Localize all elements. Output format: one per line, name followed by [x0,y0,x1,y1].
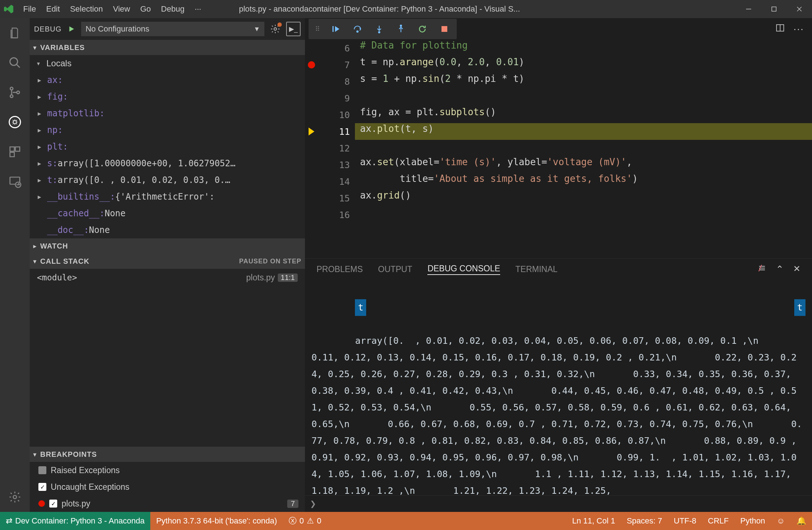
feedback-icon[interactable]: ☺ [771,516,791,526]
panel-chevron-up-icon[interactable]: ⌃ [776,264,784,275]
bp-uncaught-exceptions[interactable]: ✓ Uncaught Exceptions [30,479,305,495]
callstack-frame[interactable]: <module> plots.py 11:1 [30,269,305,286]
remote-explorer-icon[interactable] [0,167,30,196]
minimize-button[interactable] [736,0,761,18]
panel-close-button[interactable]: ✕ [793,264,800,275]
variable-row[interactable]: ▶ax: [30,72,305,88]
variable-row[interactable]: ▶np: [30,122,305,138]
menu-go[interactable]: Go [135,0,156,18]
variable-row[interactable]: __cached__: None [30,205,305,222]
bp-raised-exceptions[interactable]: Raised Exceptions [30,462,305,479]
code-line[interactable]: t = np.arange(0.0, 2.0, 0.01) [355,57,812,73]
variable-row[interactable]: ▶t: array([0. , 0.01, 0.02, 0.03, 0.… [30,172,305,188]
line-number[interactable]: 7 [318,57,355,73]
restart-button[interactable] [417,23,428,35]
debug-config-select[interactable]: No Configurations ▼ [81,22,264,36]
stop-button[interactable] [439,23,450,35]
line-number[interactable]: 9 [318,90,355,107]
code-line[interactable]: ax.plot(t, s) [355,123,812,140]
python-interpreter[interactable]: Python 3.7.3 64-bit ('base': conda) [150,512,283,530]
debug-console-button[interactable]: ▶_ [286,22,301,36]
code-line[interactable]: ax.set(xlabel='time (s)', ylabel='voltag… [355,157,812,173]
line-number[interactable]: 16 [318,206,355,223]
variable-row[interactable]: ▶matplotlib: [30,105,305,122]
drag-grip-icon[interactable]: ⠿ [315,25,320,33]
remote-indicator[interactable]: ⇄ Dev Container: Python 3 - Anaconda [0,512,150,530]
tab-problems[interactable]: PROBLEMS [317,264,363,274]
checkbox-unchecked-icon[interactable] [38,466,46,474]
code-line[interactable] [355,90,812,107]
notifications-icon[interactable]: 🔔 [791,516,812,526]
continue-button[interactable] [330,23,342,35]
debug-console-output[interactable]: tt array([0. , 0.01, 0.02, 0.03, 0.04, 0… [305,280,812,495]
variable-row[interactable]: ▶__builtins__: {'ArithmeticError': [30,188,305,205]
menu-view[interactable]: View [108,0,135,18]
line-number[interactable]: 6 [318,40,355,57]
indentation[interactable]: Spaces: 7 [621,516,668,526]
clear-console-button[interactable] [758,264,766,275]
svg-point-4 [10,58,18,66]
settings-gear-icon[interactable] [0,482,30,512]
code-line[interactable]: fig, ax = plt.subplots() [355,107,812,123]
bp-file[interactable]: ✓ plots.py 7 [30,495,305,512]
menu-overflow-icon[interactable]: ··· [189,0,206,18]
line-number[interactable]: 8 [318,73,355,90]
variable-row[interactable]: ▶s: array([1.00000000e+00, 1.06279052… [30,155,305,172]
language-mode[interactable]: Python [734,516,771,526]
source-control-icon[interactable] [0,78,30,107]
checkbox-checked-icon[interactable]: ✓ [49,500,57,508]
variables-header[interactable]: ▾VARIABLES [30,40,305,55]
eol[interactable]: CRLF [702,516,734,526]
line-number[interactable]: 11 [318,123,355,140]
callstack-header[interactable]: ▾CALL STACK PAUSED ON STEP [30,254,305,269]
cursor-position[interactable]: Ln 11, Col 1 [566,516,621,526]
variable-row[interactable]: ▶fig: [30,88,305,105]
debug-toolbar[interactable]: ⠿ [309,19,457,39]
debug-config-label: No Configurations [85,24,149,34]
code-line[interactable] [355,206,812,223]
menu-debug[interactable]: Debug [156,0,190,18]
svg-point-26 [274,28,277,30]
line-number[interactable]: 14 [318,173,355,190]
problems-status[interactable]: ⓧ0 ⚠0 [283,512,327,530]
menu-selection[interactable]: Selection [65,0,108,18]
code-line[interactable]: title='About as simple as it gets, folks… [355,173,812,190]
variable-row[interactable]: __doc__: None [30,222,305,238]
variable-row[interactable]: ▶plt: [30,138,305,155]
debug-console-prompt[interactable]: ❯ [305,495,812,512]
step-over-button[interactable] [352,23,363,35]
search-icon[interactable] [0,48,30,78]
editor-more-button[interactable]: ··· [794,23,804,35]
encoding[interactable]: UTF-8 [668,516,702,526]
line-number[interactable]: 10 [318,107,355,123]
breakpoints-header[interactable]: ▾BREAKPOINTS [30,447,305,462]
tab-debug-console[interactable]: DEBUG CONSOLE [427,264,500,275]
line-number[interactable]: 15 [318,190,355,206]
maximize-button[interactable] [761,0,787,18]
menu-edit[interactable]: Edit [41,0,65,18]
line-number[interactable]: 13 [318,157,355,173]
code-editor[interactable]: # Data for plottingt = np.arange(0.0, 2.… [355,40,812,258]
code-line[interactable] [355,140,812,157]
split-editor-button[interactable] [775,23,785,35]
explorer-icon[interactable] [0,18,30,48]
close-button[interactable] [787,0,812,18]
line-number[interactable]: 12 [318,140,355,157]
scope-locals[interactable]: ▾Locals [30,55,305,72]
extensions-icon[interactable] [0,137,30,167]
start-debug-button[interactable] [65,23,78,35]
tab-terminal[interactable]: TERMINAL [515,264,557,274]
step-into-button[interactable] [373,23,385,35]
step-out-button[interactable] [395,23,407,35]
debug-icon[interactable] [0,107,30,137]
svg-line-17 [13,123,14,124]
code-line[interactable]: ax.grid() [355,190,812,206]
watch-header[interactable]: ▸WATCH [30,238,305,254]
code-line[interactable]: # Data for plotting [355,40,812,57]
breakpoint-icon[interactable] [308,61,315,68]
code-line[interactable]: s = 1 + np.sin(2 * np.pi * t) [355,73,812,90]
configure-gear-button[interactable] [268,22,282,36]
checkbox-checked-icon[interactable]: ✓ [38,483,46,491]
tab-output[interactable]: OUTPUT [378,264,413,274]
menu-file[interactable]: File [18,0,41,18]
